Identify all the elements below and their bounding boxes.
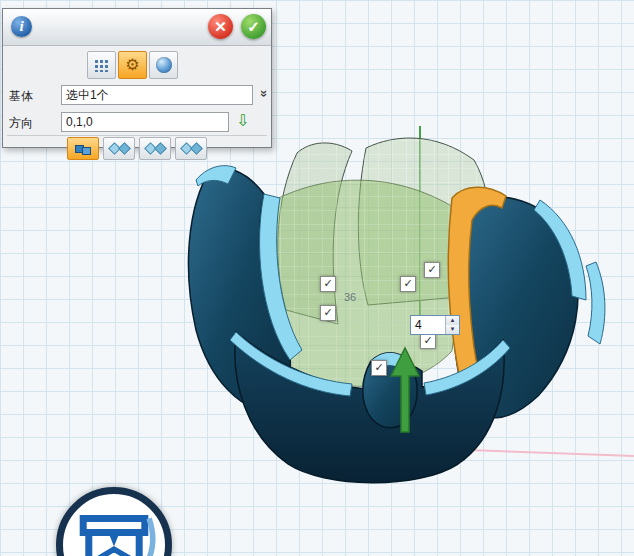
app-window: 36 ✓ ✓ ✓ ✓ ✓ ✓ 4 ▴ ▾ i ✕ ✓ ⚙ xyxy=(0,0,634,556)
petal-checkbox[interactable]: ✓ xyxy=(371,360,387,376)
option-diamond-button-3[interactable] xyxy=(175,137,207,160)
diamond-icon xyxy=(118,142,131,155)
sphere-icon xyxy=(156,57,172,73)
check-icon: ✓ xyxy=(323,277,332,289)
check-icon: ✓ xyxy=(427,263,436,275)
option-diamond-button-1[interactable] xyxy=(103,137,135,160)
spinner-up-icon[interactable]: ▴ xyxy=(446,316,459,325)
dialog-bottom-toolbar xyxy=(67,137,207,160)
base-label: 基体 xyxy=(9,88,33,105)
dialog-separator xyxy=(7,135,267,136)
count-spinner-value[interactable]: 4 xyxy=(411,316,445,334)
cancel-button[interactable]: ✕ xyxy=(208,14,233,39)
check-icon: ✓ xyxy=(374,361,383,373)
expander-chevron-icon[interactable]: » xyxy=(257,86,272,102)
dimension-label: 36 xyxy=(344,291,356,303)
check-icon: ✓ xyxy=(403,277,412,289)
check-icon: ✓ xyxy=(323,306,332,318)
petal-checkbox[interactable]: ✓ xyxy=(320,276,336,292)
profile-grid-icon xyxy=(94,59,109,72)
option-bricks-button[interactable] xyxy=(67,137,99,160)
diamond-icon xyxy=(190,142,203,155)
command-dialog: i ✕ ✓ ⚙ 基体 选中1个 » 方向 0,1,0 ⇩ xyxy=(2,8,272,148)
check-icon: ✓ xyxy=(423,334,432,346)
mode-profile-button[interactable] xyxy=(87,51,116,79)
base-row: 基体 选中1个 » xyxy=(3,85,271,105)
petal-far-right-cyan-edge xyxy=(586,262,605,344)
petal-checkbox[interactable]: ✓ xyxy=(400,276,416,292)
petal-checkbox[interactable]: ✓ xyxy=(424,262,440,278)
petal-checkbox[interactable]: ✓ xyxy=(420,333,436,349)
direction-label: 方向 xyxy=(9,115,33,132)
direction-input[interactable]: 0,1,0 xyxy=(61,112,229,132)
direction-row: 方向 0,1,0 ⇩ xyxy=(3,112,271,132)
mode-sphere-button[interactable] xyxy=(149,51,178,79)
mode-gear-button[interactable]: ⚙ xyxy=(118,51,147,79)
base-selection-field[interactable]: 选中1个 xyxy=(61,85,253,105)
printer-icon xyxy=(69,510,159,556)
info-icon[interactable]: i xyxy=(11,16,32,37)
option-diamond-button-2[interactable] xyxy=(139,137,171,160)
dialog-titlebar: i ✕ ✓ xyxy=(3,9,271,46)
bricks-icon xyxy=(82,147,91,155)
petal-checkbox[interactable]: ✓ xyxy=(320,305,336,321)
direction-pick-icon[interactable]: ⇩ xyxy=(236,111,249,130)
confirm-button[interactable]: ✓ xyxy=(241,14,266,39)
gear-icon: ⚙ xyxy=(125,57,139,73)
diamond-icon xyxy=(154,142,167,155)
dialog-toolbar: ⚙ xyxy=(87,51,178,79)
spinner-down-icon[interactable]: ▾ xyxy=(446,325,459,334)
count-spinner[interactable]: 4 ▴ ▾ xyxy=(410,315,460,335)
